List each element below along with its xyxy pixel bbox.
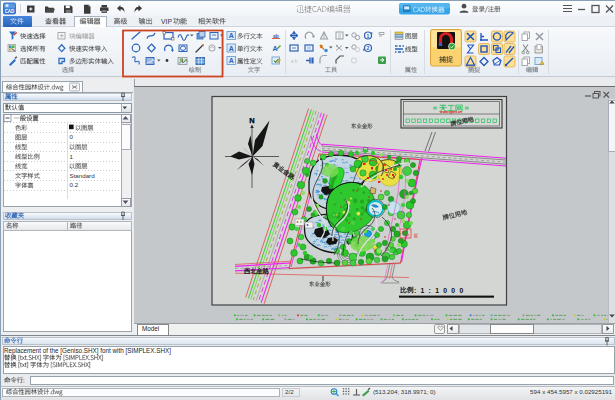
svg-text:a b: a b [291, 59, 298, 64]
svg-text:1: 1 [70, 153, 74, 160]
svg-text:2/2: 2/2 [285, 388, 294, 395]
svg-text:A: A [229, 32, 234, 39]
svg-text:N: N [249, 116, 254, 125]
svg-text:2: 2 [367, 45, 370, 51]
svg-text:CAD: CAD [5, 9, 15, 14]
svg-text:VIP: VIP [161, 18, 172, 25]
svg-text:Standard: Standard [70, 172, 96, 179]
svg-text:: 1 : 1 0 0 0: : 1 : 1 0 0 0 [414, 287, 464, 294]
svg-text:A: A [229, 45, 234, 52]
svg-text:A: A [273, 45, 278, 52]
svg-text:A: A [229, 57, 234, 64]
svg-text:(513.204; 318.9971; 0): (513.204; 318.9971; 0) [373, 388, 436, 395]
svg-text:1: 1 [367, 33, 370, 39]
svg-text:594 x 454.5957 x 0.02925191: 594 x 454.5957 x 0.02925191 [530, 388, 612, 395]
svg-text:0.2: 0.2 [70, 181, 79, 188]
svg-text:www.tgnet.cn: www.tgnet.cn [439, 110, 462, 114]
svg-text:Replacement of the [Geniso.SHX: Replacement of the [Geniso.SHX] font wit… [4, 347, 171, 355]
svg-text:Model: Model [142, 325, 159, 332]
svg-text:ab: ab [273, 33, 279, 39]
svg-text:0: 0 [70, 133, 74, 140]
